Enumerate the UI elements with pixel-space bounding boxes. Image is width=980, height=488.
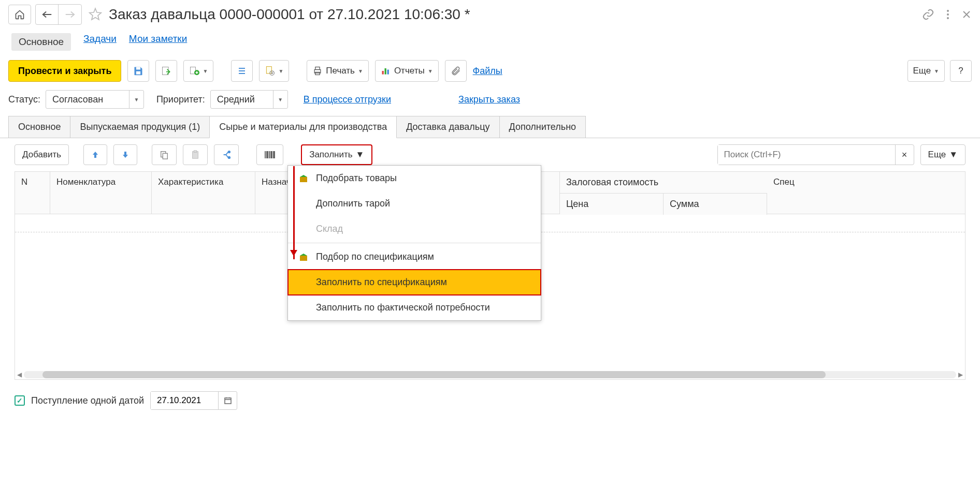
search-input[interactable]: [718, 145, 895, 165]
barcode-button[interactable]: [256, 144, 283, 165]
svg-rect-18: [124, 152, 126, 155]
more-vert-icon[interactable]: [943, 8, 953, 21]
menu-pick-goods[interactable]: Подобрать товары: [288, 166, 541, 191]
priority-label: Приоритет:: [156, 94, 205, 105]
annotation-arrow: [293, 166, 295, 259]
move-down-button[interactable]: [113, 144, 137, 165]
more-label: Еще: [913, 66, 931, 76]
single-date-label: Поступление одной датой: [31, 395, 144, 406]
paste-button[interactable]: [183, 144, 208, 165]
svg-rect-13: [315, 72, 320, 75]
star-icon: [88, 7, 103, 22]
settings-doc-button[interactable]: ▼: [259, 60, 289, 82]
svg-rect-20: [163, 153, 167, 159]
print-button[interactable]: Печать ▼: [307, 60, 369, 82]
move-up-button[interactable]: [83, 144, 107, 165]
split-button[interactable]: [214, 144, 239, 165]
close-order-link[interactable]: Закрыть заказ: [458, 94, 520, 105]
navtab-tasks[interactable]: Задачи: [83, 33, 117, 51]
clear-search-button[interactable]: ×: [895, 145, 914, 165]
chevron-down-icon: ▼: [203, 68, 208, 74]
box-icon: [298, 252, 309, 262]
tab-products[interactable]: Выпускаемая продукция (1): [70, 116, 210, 138]
arrow-left-icon: [41, 10, 53, 19]
svg-rect-27: [225, 398, 231, 404]
chevron-down-icon[interactable]: ▼: [273, 91, 287, 108]
link-icon[interactable]: [922, 8, 934, 21]
menu-item-label: Склад: [316, 224, 343, 234]
forward-button[interactable]: [59, 5, 81, 24]
post-button[interactable]: [155, 60, 177, 82]
reports-button[interactable]: Отчеты ▼: [375, 60, 439, 82]
svg-rect-15: [384, 68, 386, 75]
menu-fill-by-actual[interactable]: Заполнить по фактической потребности: [288, 295, 541, 320]
menu-add-tare[interactable]: Дополнить тарой: [288, 191, 541, 216]
post-and-close-button[interactable]: Провести и закрыть: [8, 60, 121, 82]
horizontal-scrollbar[interactable]: ◀ ▶: [15, 370, 965, 379]
chevron-down-icon: ▼: [934, 68, 939, 74]
more-button[interactable]: Еще ▼: [907, 60, 945, 82]
menu-item-label: Подбор по спецификациям: [316, 252, 434, 262]
add-button[interactable]: Добавить: [15, 144, 69, 165]
col-price[interactable]: Цена: [560, 194, 664, 215]
tab-delivery[interactable]: Доставка давальцу: [396, 116, 499, 138]
calendar-button[interactable]: [218, 392, 237, 409]
col-n[interactable]: N: [15, 172, 50, 214]
fill-button[interactable]: Заполнить ▼: [301, 144, 372, 165]
list-button[interactable]: [231, 60, 253, 82]
favorite-button[interactable]: [86, 5, 105, 24]
svg-rect-3: [136, 67, 140, 70]
svg-rect-12: [315, 67, 320, 70]
menu-fill-by-spec[interactable]: Заполнить по спецификациям: [287, 269, 541, 295]
date-field[interactable]: [151, 392, 218, 409]
back-button[interactable]: [36, 5, 59, 24]
svg-point-23: [228, 151, 230, 153]
receipt-date-input[interactable]: [150, 391, 237, 410]
arrow-right-icon: [64, 10, 76, 19]
page-title: Заказ давальца 0000-000001 от 27.10.2021…: [109, 6, 470, 23]
sub-more-button[interactable]: Еще ▼: [920, 144, 965, 165]
arrow-down-icon: [121, 151, 129, 159]
menu-warehouse: Склад: [288, 216, 541, 242]
status-select[interactable]: Согласован ▼: [46, 90, 144, 109]
paperclip-icon: [451, 66, 461, 76]
arrow-up-icon: [91, 151, 99, 159]
col-spec[interactable]: Спец: [767, 172, 965, 214]
tab-main[interactable]: Основное: [8, 116, 70, 138]
svg-rect-14: [382, 71, 383, 75]
col-nomenclature[interactable]: Номенклатура: [50, 172, 152, 214]
home-button[interactable]: [8, 5, 31, 24]
doc-gear-icon: [265, 66, 275, 76]
files-link[interactable]: Файлы: [473, 66, 502, 77]
status-value: Согласован: [46, 94, 129, 105]
navtab-notes[interactable]: Мои заметки: [129, 33, 187, 51]
nav-back-forward: [35, 4, 82, 25]
create-based-button[interactable]: ▼: [183, 60, 213, 82]
priority-value: Средний: [211, 94, 273, 105]
chevron-down-icon[interactable]: ▼: [129, 91, 143, 108]
search-group: ×: [717, 144, 914, 165]
shipping-status-link[interactable]: В процессе отгрузки: [304, 94, 391, 105]
copy-button[interactable]: [152, 144, 177, 165]
col-characteristic[interactable]: Характеристика: [152, 172, 255, 214]
save-button[interactable]: [127, 60, 149, 82]
calendar-icon: [224, 396, 232, 405]
navtab-main[interactable]: Основное: [11, 33, 71, 51]
svg-rect-25: [300, 177, 307, 182]
col-collateral[interactable]: Залоговая стоимость: [560, 172, 767, 194]
menu-pick-by-spec[interactable]: Подбор по спецификациям: [288, 244, 541, 270]
paste-icon: [191, 150, 200, 159]
attach-button[interactable]: [445, 60, 467, 82]
fill-label: Заполнить: [309, 150, 352, 160]
single-date-checkbox[interactable]: ✓: [15, 395, 25, 406]
reports-label: Отчеты: [394, 66, 425, 76]
close-icon[interactable]: [961, 9, 972, 20]
col-sum[interactable]: Сумма: [664, 194, 767, 215]
tab-materials[interactable]: Сырье и материалы для производства: [209, 116, 397, 138]
priority-select[interactable]: Средний ▼: [210, 90, 288, 109]
tab-additional[interactable]: Дополнительно: [499, 116, 586, 138]
menu-item-label: Дополнить тарой: [316, 198, 390, 209]
print-label: Печать: [326, 66, 355, 76]
svg-rect-8: [267, 67, 272, 73]
help-button[interactable]: ?: [950, 60, 972, 82]
